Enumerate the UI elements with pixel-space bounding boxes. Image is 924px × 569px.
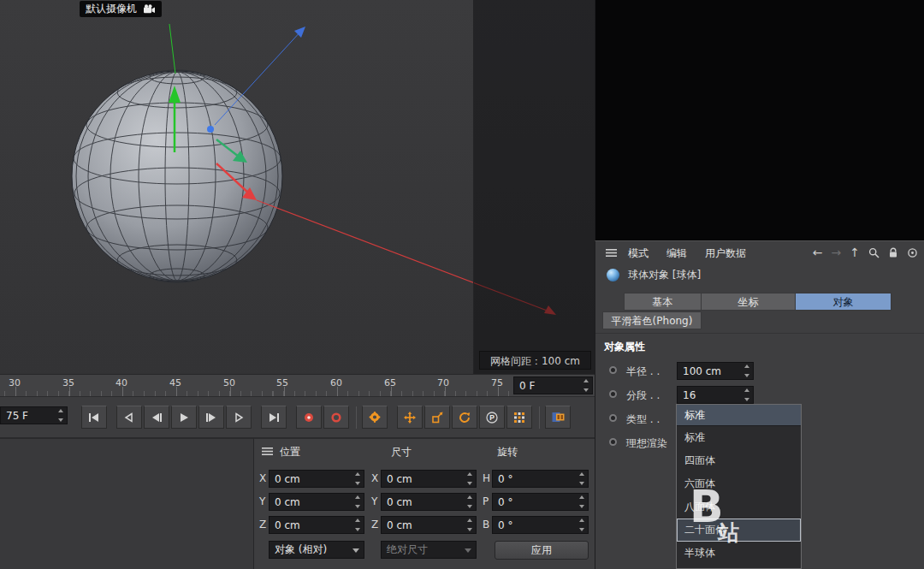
camera-dropdown[interactable]: 默认摄像机 [80,1,162,17]
current-frame-field[interactable]: 0 F [513,376,593,394]
range-end-stepper[interactable] [56,409,65,422]
mode-dropdown[interactable]: 对象 (相对) [269,541,364,559]
play-button[interactable] [171,406,197,429]
jump-start-button[interactable] [81,406,107,429]
rotation-b-stepper[interactable] [578,519,586,531]
jump-end-icon [268,412,280,423]
anim-dot-type[interactable] [609,414,617,422]
apply-button[interactable]: 应用 [495,541,589,560]
current-frame-stepper[interactable] [582,379,590,392]
tab-phong[interactable]: 平滑着色(Phong) [602,311,702,329]
rotation-b-label: B [483,519,489,530]
lock-icon[interactable] [888,247,898,258]
search-icon[interactable] [868,247,880,258]
coordinates-row: X 0 cm X 0 cm H 0 ° [254,470,595,489]
rotation-h-field[interactable]: 0 ° [492,470,589,488]
type-dropdown-current[interactable]: 标准 [677,405,801,426]
rotation-p-stepper[interactable] [578,495,586,508]
attributes-menubar: 模式 编辑 用户数据 ← → ↑ [595,241,924,264]
prev-frame-button[interactable] [144,406,169,429]
position-x-label: X [259,472,266,484]
jump-start-icon [88,412,100,423]
position-z-field[interactable]: 0 cm [269,516,364,534]
keyframe-selection-button[interactable] [362,406,388,429]
rotation-b-field[interactable]: 0 ° [492,516,589,534]
history-back-icon[interactable]: ← [813,246,823,258]
next-key-button[interactable] [226,406,252,429]
chevron-down-icon [465,548,471,553]
dropdown-item-icosahedron[interactable]: 二十面体 [677,519,801,542]
tab-object[interactable]: 对象 [796,293,891,311]
position-y-field[interactable]: 0 cm [269,493,364,511]
anim-dot-render-perfect[interactable] [609,438,617,446]
autokeying-button[interactable] [323,406,349,429]
dropdown-item-octahedron[interactable]: 八面体 [677,495,801,519]
ruler-tick-label: 70 [437,377,463,388]
key-rotation-button[interactable] [452,406,477,429]
menu-mode[interactable]: 模式 [628,246,649,261]
size-y-field[interactable]: 0 cm [381,493,477,511]
object-title: 球体对象 [球体] [628,268,701,282]
object-header: 球体对象 [球体] [606,268,701,282]
radius-label: 半径 . . [626,365,660,379]
size-x-stepper[interactable] [465,472,474,485]
coordinates-manager: 位置 尺寸 旋转 X 0 cm X 0 cm H 0 ° Y 0 c [253,438,595,569]
point-level-animation-button[interactable] [506,406,532,429]
rotation-p-field[interactable]: 0 ° [492,493,589,511]
record-keyframe-button[interactable] [296,406,322,429]
position-z-stepper[interactable] [353,519,362,531]
key-position-button[interactable] [397,406,423,429]
dropdown-item-hemisphere[interactable]: 半球体 [677,542,801,565]
next-frame-button[interactable] [198,406,224,429]
axis-y-line [169,24,175,74]
focus-target-icon[interactable] [907,247,918,258]
menu-icon[interactable] [262,447,273,456]
key-parameter-button[interactable]: P [479,406,505,429]
position-x-field[interactable]: 0 cm [269,470,364,488]
ruler-tick-label: 35 [62,377,88,388]
prev-key-icon [123,412,135,423]
empty-panel [595,0,924,240]
viewport-3d[interactable]: 默认摄像机 网格间距：100 cm [0,0,595,374]
mode-dropdown-value: 对象 (相对) [275,542,327,557]
range-end-field[interactable]: 75 F [0,406,68,424]
dropdown-item-standard[interactable]: 标准 [677,426,801,449]
anim-dot-radius[interactable] [609,366,617,374]
position-z-value: 0 cm [275,519,300,531]
size-y-stepper[interactable] [465,495,474,508]
segments-field[interactable]: 16 [677,386,754,404]
position-x-stepper[interactable] [353,472,362,485]
menu-icon[interactable] [606,248,617,258]
anim-dot-segments[interactable] [609,390,617,398]
rotation-h-stepper[interactable] [578,472,586,485]
size-x-field[interactable]: 0 cm [381,470,477,488]
ruler-tick-label: 30 [9,377,34,388]
menu-user-data[interactable]: 用户数据 [705,246,746,261]
size-z-field[interactable]: 0 cm [381,516,477,534]
play-icon [178,412,190,423]
up-level-icon[interactable]: ↑ [850,246,860,258]
render-perfect-label: 理想渲染 [626,436,667,451]
prev-key-button[interactable] [116,406,142,429]
segments-stepper[interactable] [743,388,751,401]
size-z-stepper[interactable] [465,519,474,531]
size-mode-dropdown[interactable]: 绝对尺寸 [381,541,477,559]
type-label: 类型 . . [626,412,660,427]
position-y-stepper[interactable] [353,495,362,508]
coordinates-header: 位置 尺寸 旋转 [254,439,595,461]
radius-row: 半径 . . 100 cm [595,360,924,383]
history-forward-icon[interactable]: → [832,246,842,258]
current-frame-value: 0 F [519,380,535,392]
dropdown-item-tetrahedron[interactable]: 四面体 [677,449,801,472]
radius-field[interactable]: 100 cm [677,362,754,380]
key-scale-button[interactable] [424,406,450,429]
size-y-label: Y [371,495,377,507]
motion-system-button[interactable] [545,406,571,429]
tab-coordinates[interactable]: 坐标 [702,293,796,311]
timeline-ruler[interactable]: 30 35 40 45 50 55 60 65 70 75 0 F [0,374,595,397]
radius-stepper[interactable] [743,365,751,377]
dropdown-item-hexahedron[interactable]: 六面体 [677,472,801,495]
tab-basic[interactable]: 基本 [624,293,702,311]
menu-edit[interactable]: 编辑 [666,246,687,261]
jump-end-button[interactable] [261,406,287,429]
